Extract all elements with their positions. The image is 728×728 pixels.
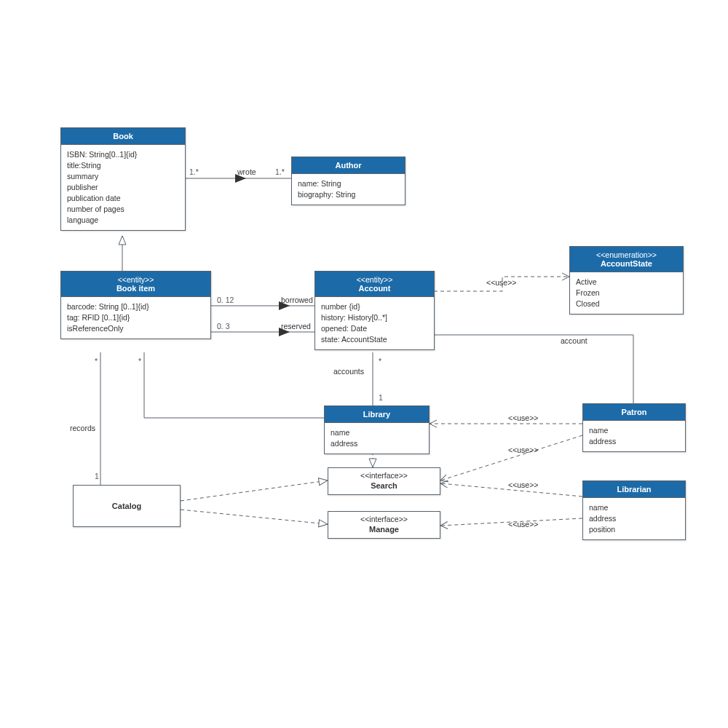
label-accounts: accounts bbox=[333, 367, 364, 376]
class-catalog[interactable]: Catalog bbox=[73, 485, 181, 527]
mult-wrote-left: 1.* bbox=[189, 167, 199, 176]
class-title: Book item bbox=[116, 284, 155, 293]
label-wrote: wrote bbox=[237, 167, 256, 176]
class-attrs: ISBN: String[0..1]{id}title:String summa… bbox=[61, 145, 185, 230]
class-title: Account bbox=[359, 284, 391, 293]
mult-accounts-one: 1 bbox=[379, 393, 383, 402]
class-attrs: nameaddress bbox=[325, 423, 429, 454]
stereotype: <<entity>> bbox=[66, 275, 206, 284]
label-borrowed: borrowed bbox=[281, 296, 313, 304]
class-title: Library bbox=[363, 410, 390, 419]
edge-bookitem-library bbox=[144, 352, 324, 418]
class-attrs: name: Stringbiography: String bbox=[292, 174, 405, 205]
class-patron[interactable]: Patron nameaddress bbox=[582, 403, 686, 452]
stereotype: <<interface>> bbox=[328, 468, 440, 480]
class-attrs: nameaddressposition bbox=[583, 498, 685, 539]
class-attrs: barcode: String [0..1]{id}tag: RFID [0..… bbox=[61, 297, 210, 339]
mult-records-one: 1 bbox=[95, 472, 99, 480]
class-account-state[interactable]: <<enumeration>>AccountState ActiveFrozen… bbox=[569, 246, 684, 314]
interface-manage[interactable]: <<interface>> Manage bbox=[328, 511, 440, 539]
label-use-4: <<use>> bbox=[508, 480, 538, 489]
class-librarian[interactable]: Librarian nameaddressposition bbox=[582, 480, 686, 540]
label-use-5: <<use>> bbox=[508, 520, 538, 529]
class-book-item[interactable]: <<entity>>Book item barcode: String [0..… bbox=[60, 271, 211, 339]
class-library[interactable]: Library nameaddress bbox=[324, 405, 430, 454]
class-account[interactable]: <<entity>>Account number {id}history: Hi… bbox=[314, 271, 435, 350]
mult-accounts-star: * bbox=[379, 357, 381, 365]
edge-account-patron bbox=[434, 335, 633, 403]
class-title: Manage bbox=[328, 523, 440, 538]
class-attrs: number {id}history: History[0..*] opened… bbox=[315, 297, 434, 349]
label-account: account bbox=[561, 336, 587, 345]
class-author[interactable]: Author name: Stringbiography: String bbox=[291, 157, 405, 205]
label-use-2: <<use>> bbox=[508, 414, 538, 422]
mult-records-star: * bbox=[95, 357, 98, 365]
stereotype: <<entity>> bbox=[320, 275, 430, 284]
label-reserved: reserved bbox=[281, 322, 311, 331]
interface-search[interactable]: <<interface>> Search bbox=[328, 467, 440, 495]
mult-lib-star: * bbox=[138, 357, 141, 365]
class-title: AccountState bbox=[601, 259, 652, 268]
class-attrs: ActiveFrozenClosed bbox=[570, 272, 683, 314]
mult-borrowed: 0. 12 bbox=[217, 296, 234, 304]
class-title: Patron bbox=[622, 408, 647, 416]
uml-diagram: AccountState (use) --> Search / Manage (… bbox=[0, 0, 728, 728]
label-use-1: <<use>> bbox=[486, 278, 516, 287]
class-title: Author bbox=[335, 161, 361, 170]
edge-catalog-manage bbox=[181, 510, 328, 524]
class-title: Catalog bbox=[112, 502, 141, 510]
mult-reserved: 0. 3 bbox=[217, 322, 230, 331]
class-title: Librarian bbox=[617, 485, 651, 494]
class-title: Book bbox=[113, 132, 133, 141]
stereotype: <<enumeration>> bbox=[574, 250, 678, 259]
class-title: Search bbox=[328, 480, 440, 494]
label-records: records bbox=[70, 424, 95, 432]
edge-catalog-search bbox=[181, 480, 328, 501]
class-book[interactable]: Book ISBN: String[0..1]{id}title:String … bbox=[60, 127, 186, 231]
stereotype: <<interface>> bbox=[328, 512, 440, 523]
class-attrs: nameaddress bbox=[583, 421, 685, 451]
edge-patron-search bbox=[440, 435, 582, 480]
label-use-3: <<use>> bbox=[508, 446, 538, 454]
edge-layer: AccountState (use) --> Search / Manage (… bbox=[0, 0, 728, 728]
mult-wrote-right: 1.* bbox=[275, 167, 285, 176]
